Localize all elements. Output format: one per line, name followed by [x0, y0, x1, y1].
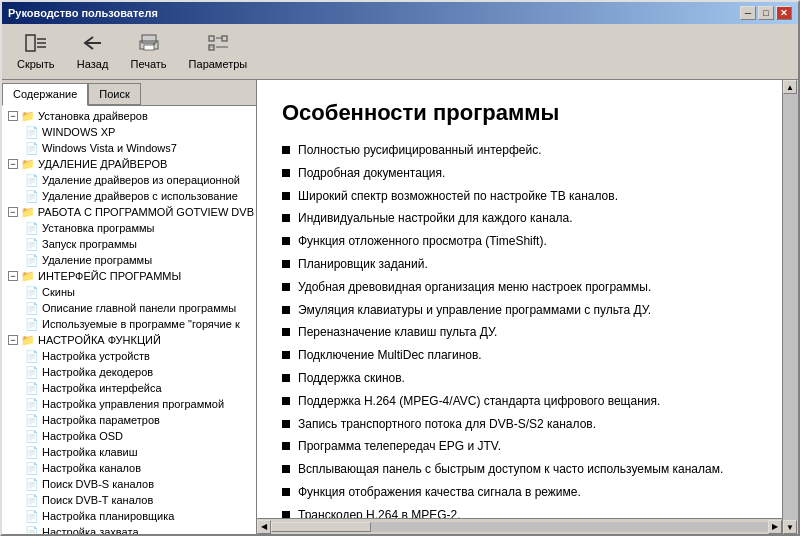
tree-item[interactable]: 📄 Поиск DVB-T каналов: [4, 492, 254, 508]
list-item-text: Функция отложенного просмотра (TimeShift…: [298, 233, 547, 250]
minimize-button[interactable]: ─: [740, 6, 756, 20]
close-button[interactable]: ✕: [776, 6, 792, 20]
tree-expander[interactable]: −: [8, 207, 18, 217]
doc-icon: 📄: [24, 317, 40, 331]
bullet-icon: [282, 374, 290, 382]
tree-item[interactable]: 📄 WINDOWS XP: [4, 124, 254, 140]
svg-rect-9: [209, 36, 214, 41]
bullet-icon: [282, 465, 290, 473]
params-label: Параметры: [189, 58, 248, 70]
bullet-icon: [282, 237, 290, 245]
list-item-text: Индивидуальные настройки для каждого кан…: [298, 210, 573, 227]
params-button[interactable]: Параметры: [180, 28, 257, 75]
scroll-thumb-h[interactable]: [271, 522, 371, 532]
tree-item[interactable]: 📄 Скины: [4, 284, 254, 300]
tree-label: Используемые в программе "горячие к: [42, 318, 240, 330]
bullet-icon: [282, 306, 290, 314]
tree-item[interactable]: 📄 Настройка клавиш: [4, 444, 254, 460]
scroll-track-h[interactable]: [271, 522, 768, 532]
list-item-text: Программа телепередач EPG и JTV.: [298, 438, 501, 455]
tree[interactable]: − 📁 Установка драйверов 📄 WINDOWS XP 📄 W…: [2, 106, 256, 534]
content-list-item: Поддержка H.264 (MPEG-4/AVC) стандарта ц…: [282, 393, 757, 410]
tree-item[interactable]: − 📁 ИНТЕРФЕЙС ПРОГРАММЫ: [4, 268, 254, 284]
list-item-text: Удобная древовидная организация меню нас…: [298, 279, 651, 296]
tab-search[interactable]: Поиск: [88, 83, 140, 105]
maximize-button[interactable]: □: [758, 6, 774, 20]
bullet-icon: [282, 511, 290, 518]
tree-label: Установка драйверов: [38, 110, 148, 122]
list-item-text: Подробная документация.: [298, 165, 445, 182]
window-title: Руководство пользователя: [8, 7, 158, 19]
content-list-item: Поддержка скинов.: [282, 370, 757, 387]
doc-icon: 📄: [24, 253, 40, 267]
vertical-scrollbar[interactable]: ▲ ▼: [782, 80, 798, 534]
scroll-track-v[interactable]: [783, 94, 798, 520]
doc-icon: 📄: [24, 237, 40, 251]
tree-label: Настройка интерфейса: [42, 382, 162, 394]
tree-item[interactable]: − 📁 УДАЛЕНИЕ ДРАЙВЕРОВ: [4, 156, 254, 172]
list-item-text: Переназначение клавиш пульта ДУ.: [298, 324, 497, 341]
hide-label: Скрыть: [17, 58, 55, 70]
tree-item[interactable]: 📄 Настройка устройств: [4, 348, 254, 364]
tab-contents[interactable]: Содержание: [2, 83, 88, 106]
tree-item[interactable]: 📄 Настройка OSD: [4, 428, 254, 444]
content-list-item: Подробная документация.: [282, 165, 757, 182]
tree-item[interactable]: 📄 Настройка декодеров: [4, 364, 254, 380]
tree-item[interactable]: 📄 Запуск программы: [4, 236, 254, 252]
bullet-icon: [282, 169, 290, 177]
back-button[interactable]: Назад: [68, 28, 118, 75]
tree-item[interactable]: 📄 Описание главной панели программы: [4, 300, 254, 316]
tree-item[interactable]: 📄 Используемые в программе "горячие к: [4, 316, 254, 332]
tree-label: НАСТРОЙКА ФУНКЦИЙ: [38, 334, 161, 346]
scroll-down-button[interactable]: ▼: [783, 520, 797, 534]
doc-icon: 📄: [24, 477, 40, 491]
doc-icon: 📄: [24, 429, 40, 443]
tree-item[interactable]: 📄 Удаление драйверов с использование: [4, 188, 254, 204]
print-button[interactable]: Печать: [122, 28, 176, 75]
tree-item[interactable]: 📄 Настройка параметров: [4, 412, 254, 428]
tree-item[interactable]: 📄 Удаление драйверов из операционной: [4, 172, 254, 188]
horizontal-scrollbar[interactable]: ◀ ▶: [257, 518, 782, 534]
tree-label: Удаление программы: [42, 254, 152, 266]
content-area: Особенности программы Полностью русифици…: [257, 80, 782, 534]
content-list: Полностью русифицированный интерфейс.Под…: [282, 142, 757, 518]
list-item-text: Функция отображения качества сигнала в р…: [298, 484, 581, 501]
tree-expander[interactable]: −: [8, 335, 18, 345]
tree-item[interactable]: 📄 Установка программы: [4, 220, 254, 236]
scroll-left-button[interactable]: ◀: [257, 520, 271, 534]
tree-item[interactable]: 📄 Удаление программы: [4, 252, 254, 268]
folder-icon: 📁: [20, 333, 36, 347]
tree-expander[interactable]: −: [8, 111, 18, 121]
scroll-right-button[interactable]: ▶: [768, 520, 782, 534]
doc-icon: 📄: [24, 141, 40, 155]
params-icon: [206, 33, 230, 56]
tree-expander[interactable]: −: [8, 271, 18, 281]
list-item-text: Широкий спектр возможностей по настройке…: [298, 188, 618, 205]
tree-item[interactable]: 📄 Поиск DVB-S каналов: [4, 476, 254, 492]
tree-item[interactable]: 📄 Настройка планировщика: [4, 508, 254, 524]
tree-item[interactable]: 📄 Настройка захвата: [4, 524, 254, 534]
tree-label: Удаление драйверов с использование: [42, 190, 238, 202]
tree-item[interactable]: 📄 Windows Vista и Windows7: [4, 140, 254, 156]
list-item-text: Подключение MultiDec плагинов.: [298, 347, 482, 364]
tree-item[interactable]: 📄 Настройка интерфейса: [4, 380, 254, 396]
scroll-up-button[interactable]: ▲: [783, 80, 797, 94]
tree-item[interactable]: − 📁 РАБОТА С ПРОГРАММОЙ GOTVIEW DVB: [4, 204, 254, 220]
bullet-icon: [282, 328, 290, 336]
tree-item[interactable]: 📄 Настройка каналов: [4, 460, 254, 476]
tree-label: Установка программы: [42, 222, 155, 234]
tree-label: Запуск программы: [42, 238, 137, 250]
tree-label: Настройка клавиш: [42, 446, 138, 458]
content-scroll[interactable]: Особенности программы Полностью русифици…: [257, 80, 782, 518]
doc-icon: 📄: [24, 221, 40, 235]
tree-item[interactable]: − 📁 Установка драйверов: [4, 108, 254, 124]
bullet-icon: [282, 146, 290, 154]
tree-label: WINDOWS XP: [42, 126, 115, 138]
tree-item[interactable]: 📄 Настройка управления программой: [4, 396, 254, 412]
tree-item[interactable]: − 📁 НАСТРОЙКА ФУНКЦИЙ: [4, 332, 254, 348]
hide-button[interactable]: Скрыть: [8, 28, 64, 75]
list-item-text: Полностью русифицированный интерфейс.: [298, 142, 541, 159]
tree-label: Настройка захвата: [42, 526, 139, 534]
tree-expander[interactable]: −: [8, 159, 18, 169]
doc-icon: 📄: [24, 397, 40, 411]
